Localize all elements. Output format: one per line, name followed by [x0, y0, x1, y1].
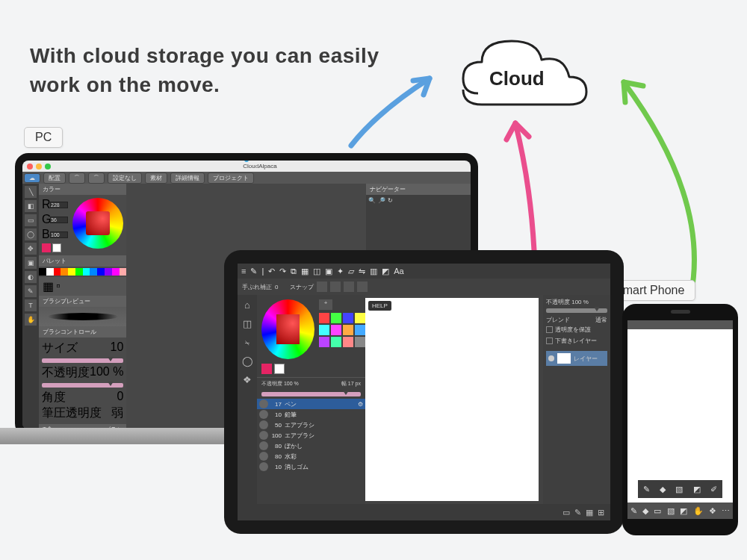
- pb-menu-icon[interactable]: ⋯: [722, 506, 730, 516]
- tab-brush-item[interactable]: 50エアブラシ: [257, 420, 365, 430]
- palette-add-icon[interactable]: ▦: [43, 279, 54, 293]
- foot-marquee-icon[interactable]: ▭: [562, 508, 570, 517]
- tab-pencil-icon[interactable]: ✎: [250, 267, 257, 276]
- tab-crop-icon[interactable]: ▱: [348, 267, 354, 276]
- palette-swatch[interactable]: [54, 268, 61, 276]
- toolbar-layout-button[interactable]: 配置: [43, 172, 66, 184]
- zoom-window-button[interactable]: [45, 164, 51, 169]
- pb-eraser-icon[interactable]: ◆: [642, 506, 648, 516]
- palette-swatch[interactable]: [75, 268, 83, 276]
- palette-swatch[interactable]: [68, 268, 75, 276]
- tab-copy-icon[interactable]: ⧉: [291, 267, 297, 276]
- foot-apps-icon[interactable]: ⊞: [598, 508, 604, 517]
- nav-zoom-out-icon[interactable]: 🔎: [378, 197, 385, 204]
- brush-tool-icon[interactable]: ╲: [25, 186, 37, 198]
- phone-fill-icon[interactable]: ◩: [693, 485, 701, 494]
- tab-wand-icon[interactable]: ✦: [337, 267, 344, 276]
- rail-slash-icon[interactable]: ⍀: [244, 337, 250, 348]
- layer-visible-icon[interactable]: [548, 355, 554, 361]
- tab-brush-item[interactable]: 100エアブラシ: [257, 430, 365, 441]
- tab-brush-slider[interactable]: [261, 392, 361, 396]
- tab-brush-item[interactable]: 10鉛筆: [257, 409, 365, 420]
- pb-wand-icon[interactable]: ▧: [667, 506, 675, 516]
- nav-zoom-in-icon[interactable]: 🔍: [368, 197, 376, 204]
- toolbar-info-button[interactable]: 詳細情報: [170, 172, 205, 184]
- phone-brush-icon[interactable]: ✐: [710, 485, 717, 494]
- palette-swatch[interactable]: [83, 268, 90, 276]
- palette-swatch[interactable]: [46, 268, 54, 276]
- phone-canvas[interactable]: ✎ ◆ ▧ ◩ ✐ ✎ ◆ ▭ ▧ ◩ ✋ ❖ ⋯: [627, 320, 733, 519]
- snap-grid-icon[interactable]: [317, 281, 327, 292]
- nav-rotate-icon[interactable]: ↻: [388, 197, 393, 204]
- tab-swatch[interactable]: [343, 325, 353, 335]
- tab-menu-icon[interactable]: ≡: [241, 267, 246, 276]
- tab-swatch[interactable]: [331, 313, 341, 323]
- toolbar-settings-button[interactable]: 設定なし: [108, 172, 142, 184]
- tab-swatch[interactable]: [331, 337, 341, 347]
- tab-swatch[interactable]: [355, 325, 365, 335]
- marquee-tool-icon[interactable]: ▭: [25, 214, 37, 226]
- cloud-sync-button[interactable]: ☁: [24, 173, 40, 183]
- fill-tool-icon[interactable]: ▣: [25, 257, 37, 269]
- phone-eraser-icon[interactable]: ◆: [660, 485, 666, 494]
- pb-fill-icon[interactable]: ◩: [680, 506, 687, 516]
- tab-brush-item[interactable]: 80水彩: [257, 451, 365, 461]
- tab-brush-item[interactable]: 17ペン⚙: [257, 399, 365, 409]
- tab-swatch[interactable]: [355, 313, 365, 323]
- palette-swatch[interactable]: [39, 268, 46, 276]
- hand-tool-icon[interactable]: ✋: [25, 314, 37, 326]
- color-wheel[interactable]: [72, 198, 123, 249]
- phone-pencil-icon[interactable]: ✎: [643, 485, 650, 494]
- phone-shape-icon[interactable]: ▧: [675, 485, 683, 494]
- toolbar-arc1-icon[interactable]: ⌒: [69, 172, 85, 184]
- g-input[interactable]: [50, 217, 68, 223]
- move-tool-icon[interactable]: ✥: [25, 243, 37, 255]
- palette-swatch[interactable]: [120, 268, 127, 276]
- toolbar-material-button[interactable]: 素材: [145, 172, 167, 184]
- snap-ruler-icon[interactable]: [330, 281, 341, 292]
- palette-swatch[interactable]: [105, 268, 112, 276]
- tab-undo-icon[interactable]: ↶: [268, 267, 275, 276]
- tab-fg-swatch[interactable]: [261, 364, 272, 374]
- tab-swatch[interactable]: [319, 325, 329, 335]
- b-input[interactable]: [50, 231, 68, 238]
- tablet-canvas[interactable]: HELP: [365, 298, 539, 501]
- size-slider[interactable]: [42, 358, 123, 363]
- opacity-slider[interactable]: [42, 383, 123, 388]
- pb-hand-icon[interactable]: ✋: [693, 506, 704, 516]
- tab-paste-icon[interactable]: ▦: [301, 267, 309, 276]
- foot-brush-icon[interactable]: ✎: [574, 508, 581, 517]
- r-input[interactable]: [50, 202, 68, 208]
- blend-value[interactable]: 通常: [595, 316, 607, 324]
- tab-brush-item[interactable]: 10消しゴム: [257, 461, 365, 472]
- palette-swatch[interactable]: [61, 268, 68, 276]
- layer-name[interactable]: レイヤー: [574, 355, 598, 363]
- minimize-window-button[interactable]: [36, 164, 42, 169]
- toolbar-project-button[interactable]: プロジェクト: [208, 172, 254, 184]
- draft-layer-checkbox[interactable]: [546, 337, 553, 344]
- text-tool-icon[interactable]: T: [25, 299, 37, 311]
- tab-swatch[interactable]: [319, 313, 329, 323]
- tab-text-tool-button[interactable]: Aa: [394, 267, 403, 276]
- gradient-tool-icon[interactable]: ◐: [25, 271, 37, 283]
- palette-del-icon[interactable]: ▫: [56, 279, 61, 293]
- tab-swatch[interactable]: [343, 337, 353, 347]
- tab-swatch[interactable]: [319, 337, 329, 347]
- tab-brush-item[interactable]: 80ぼかし: [257, 441, 365, 451]
- palette-swatch[interactable]: [90, 268, 97, 276]
- tab-swatch[interactable]: [331, 325, 341, 335]
- help-badge[interactable]: HELP: [368, 301, 391, 311]
- lasso-tool-icon[interactable]: ◯: [25, 228, 37, 240]
- palette-swatch[interactable]: [97, 268, 105, 276]
- rail-layers-icon[interactable]: ❖: [243, 374, 252, 385]
- tab-flip-icon[interactable]: ⇋: [359, 267, 365, 276]
- foot-grid-icon[interactable]: ▦: [586, 508, 593, 517]
- fg-color-swatch[interactable]: [42, 243, 51, 252]
- snap-persp-icon[interactable]: [344, 281, 354, 292]
- tab-swatch[interactable]: [343, 313, 353, 323]
- close-window-button[interactable]: [27, 164, 33, 169]
- tab-transform-icon[interactable]: ▣: [325, 267, 332, 276]
- tab-grid-icon[interactable]: ▥: [370, 267, 377, 276]
- rail-rect-icon[interactable]: ◫: [243, 318, 252, 329]
- eraser-tool-icon[interactable]: ◧: [25, 200, 37, 212]
